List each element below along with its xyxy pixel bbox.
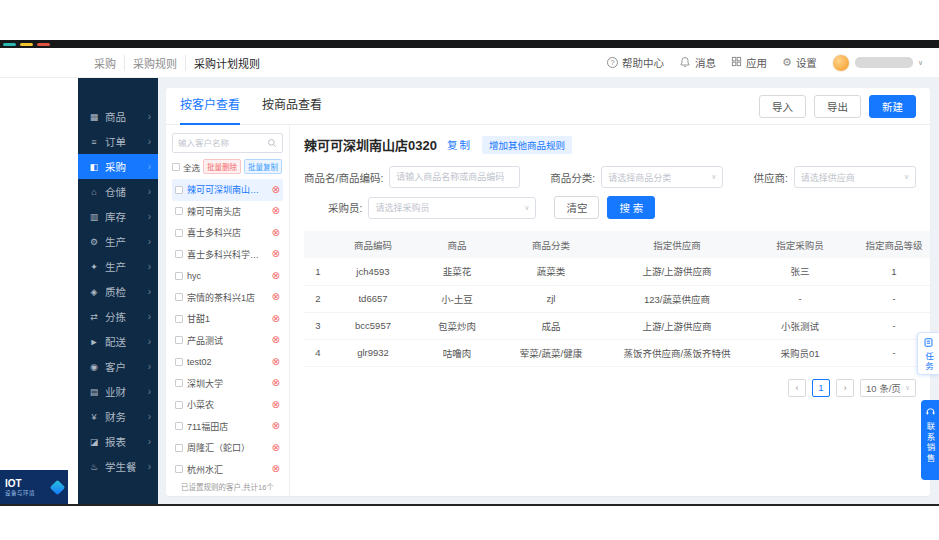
customer-checkbox[interactable] — [175, 207, 183, 215]
batch-delete-button[interactable]: 批量删除 — [203, 159, 241, 174]
customer-checkbox[interactable] — [175, 315, 183, 323]
customer-name: 宗情的茶科兴1店 — [187, 291, 268, 304]
search-button[interactable]: 搜 索 — [607, 196, 655, 219]
contact-sales-floating-button[interactable]: 联系销售 — [921, 400, 939, 480]
customer-item[interactable]: 产品测试 ⊗ — [172, 330, 283, 352]
customer-checkbox[interactable] — [175, 229, 183, 237]
column-header: 商品编码 — [332, 231, 414, 258]
remove-customer-icon[interactable]: ⊗ — [272, 249, 280, 259]
breadcrumb-item[interactable]: 采购 — [86, 55, 125, 71]
view-tab[interactable]: 按商品查看 — [262, 88, 322, 125]
remove-customer-icon[interactable]: ⊗ — [272, 378, 280, 388]
customer-item[interactable]: hyc ⊗ — [172, 265, 283, 287]
customer-item[interactable]: test02 ⊗ — [172, 351, 283, 373]
customer-checkbox[interactable] — [175, 358, 183, 366]
next-page-button[interactable]: › — [836, 379, 854, 397]
customer-item[interactable]: 小菜农 ⊗ — [172, 394, 283, 416]
sidebar-item-label: 仓储 — [105, 184, 143, 199]
settings-button[interactable]: ⚙ 设置 — [782, 55, 817, 70]
search-icon[interactable] — [267, 134, 277, 152]
customer-name: 深圳大学 — [187, 377, 268, 390]
task-floating-button[interactable]: 任务 — [917, 332, 939, 375]
sidebar-item[interactable]: ≡ 订单 › — [78, 129, 158, 154]
help-center-button[interactable]: ? 帮助中心 — [607, 55, 664, 70]
breadcrumb-item[interactable]: 采购规则 — [125, 55, 186, 71]
view-tab[interactable]: 按客户查看 — [180, 88, 240, 125]
remove-customer-icon[interactable]: ⊗ — [272, 271, 280, 281]
sidebar-item[interactable]: ◧ 采购 › — [78, 154, 158, 179]
chevron-right-icon: › — [148, 111, 151, 122]
customer-item[interactable]: 喜士多科兴科学园2号1120 ⊗ — [172, 244, 283, 266]
page-size-select[interactable]: 10 条/页 ∨ — [860, 379, 916, 397]
remove-customer-icon[interactable]: ⊗ — [272, 443, 280, 453]
supplier-select[interactable]: 请选择供应商 ∨ — [794, 166, 916, 188]
remove-customer-icon[interactable]: ⊗ — [272, 228, 280, 238]
customer-checkbox[interactable] — [175, 379, 183, 387]
batch-copy-button[interactable]: 批量复制 — [244, 159, 282, 174]
delivery-icon: ► — [88, 337, 100, 347]
sidebar-item[interactable]: ◪ 报表 › — [78, 429, 158, 454]
sidebar-item[interactable]: ► 配送 › — [78, 329, 158, 354]
remove-customer-icon[interactable]: ⊗ — [272, 464, 280, 474]
sidebar-item[interactable]: ◈ 质检 › — [78, 279, 158, 304]
sidebar-item[interactable]: ⇄ 分拣 › — [78, 304, 158, 329]
clear-button[interactable]: 清空 — [554, 196, 599, 219]
customer-checkbox[interactable] — [175, 186, 183, 194]
category-select[interactable]: 请选择商品分类 ∨ — [601, 166, 723, 188]
customer-checkbox[interactable] — [175, 293, 183, 301]
chevron-down-icon: ∨ — [524, 204, 529, 212]
remove-customer-icon[interactable]: ⊗ — [272, 335, 280, 345]
category-placeholder: 请选择商品分类 — [608, 171, 671, 184]
messages-button[interactable]: 消息 — [679, 55, 716, 70]
customer-item[interactable]: 杭州水汇 ⊗ — [172, 459, 283, 479]
remove-customer-icon[interactable]: ⊗ — [272, 206, 280, 216]
customer-checkbox[interactable] — [175, 336, 183, 344]
user-menu[interactable]: ∨ — [832, 54, 923, 72]
customer-checkbox[interactable] — [175, 422, 183, 430]
customer-checkbox[interactable] — [175, 250, 183, 258]
customer-checkbox[interactable] — [175, 444, 183, 452]
chevron-right-icon: › — [148, 286, 151, 297]
sidebar-item-label: 配送 — [105, 334, 143, 349]
remove-customer-icon[interactable]: ⊗ — [272, 314, 280, 324]
product-name-input[interactable] — [389, 166, 520, 188]
remove-customer-icon[interactable]: ⊗ — [272, 185, 280, 195]
remove-customer-icon[interactable]: ⊗ — [272, 292, 280, 302]
sidebar-item[interactable]: ▥ 库存 › — [78, 204, 158, 229]
customer-item[interactable]: 辣可可南头店 ⊗ — [172, 201, 283, 223]
customer-search-input[interactable] — [178, 138, 264, 148]
customer-checkbox[interactable] — [175, 401, 183, 409]
create-button[interactable]: 新建 — [869, 95, 916, 118]
apps-button[interactable]: 应用 — [731, 55, 767, 70]
customer-item[interactable]: 甘甜1 ⊗ — [172, 308, 283, 330]
import-button[interactable]: 导入 — [759, 95, 806, 118]
customer-item[interactable]: 辣可可深圳南山店0320 ⊗ — [172, 179, 283, 201]
select-all-checkbox[interactable] — [172, 163, 180, 171]
sidebar-item[interactable]: ◉ 客户 › — [78, 354, 158, 379]
customer-item[interactable]: 宗情的茶科兴1店 ⊗ — [172, 287, 283, 309]
buyer-select[interactable]: 请选择采购员 ∨ — [368, 197, 536, 219]
sidebar-item[interactable]: ♨ 学生餐 › — [78, 454, 158, 479]
sidebar-item[interactable]: ¥ 财务 › — [78, 404, 158, 429]
remove-customer-icon[interactable]: ⊗ — [272, 357, 280, 367]
remove-customer-icon[interactable]: ⊗ — [272, 421, 280, 431]
remove-customer-icon[interactable]: ⊗ — [272, 400, 280, 410]
sidebar-item[interactable]: ⚙ 生产 › — [78, 229, 158, 254]
customer-checkbox[interactable] — [175, 272, 183, 280]
sidebar-item[interactable]: ▤ 业财 › — [78, 379, 158, 404]
logo-text: IOT 设备与环境 — [5, 478, 35, 497]
customer-checkbox[interactable] — [175, 465, 183, 473]
copy-link[interactable]: 复制 — [447, 137, 472, 152]
customer-item[interactable]: 深圳大学 ⊗ — [172, 373, 283, 395]
current-page[interactable]: 1 — [812, 379, 830, 397]
customer-item[interactable]: 喜士多科兴店 ⊗ — [172, 222, 283, 244]
customer-item[interactable]: 周隆汇（蛇口） ⊗ — [172, 437, 283, 459]
prev-page-button[interactable]: ‹ — [788, 379, 806, 397]
customer-item[interactable]: 711福田店 ⊗ — [172, 416, 283, 438]
export-button[interactable]: 导出 — [814, 95, 861, 118]
add-rule-button[interactable]: 增加其他商品规则 — [482, 136, 572, 154]
breadcrumb-item[interactable]: 采购计划规则 — [186, 55, 268, 71]
sidebar-item[interactable]: ▦ 商品 › — [78, 104, 158, 129]
sidebar-item[interactable]: ⌂ 仓储 › — [78, 179, 158, 204]
sidebar-item[interactable]: ✦ 生产 › — [78, 254, 158, 279]
